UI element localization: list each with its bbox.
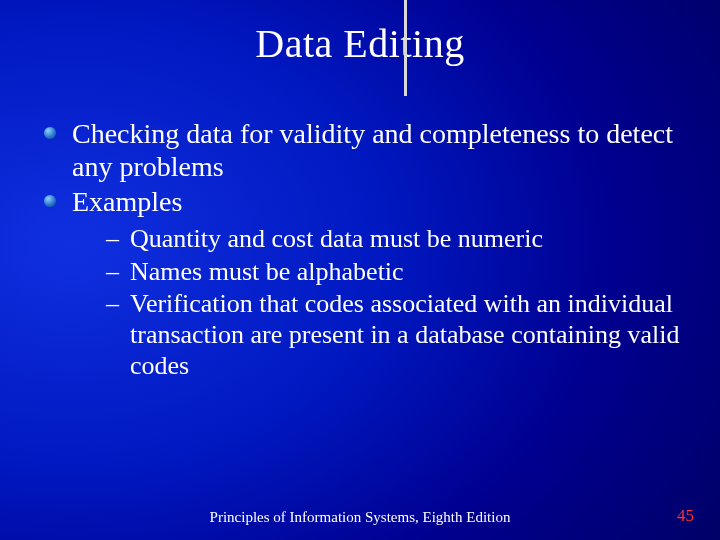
bullet-item: Checking data for validity and completen… bbox=[38, 117, 682, 183]
bullet-text: Examples bbox=[72, 186, 182, 217]
main-bullet-list: Checking data for validity and completen… bbox=[38, 117, 682, 381]
sub-bullet-text: Names must be alphabetic bbox=[130, 257, 404, 286]
sub-bullet-text: Quantity and cost data must be numeric bbox=[130, 224, 543, 253]
dash-icon: – bbox=[106, 289, 119, 320]
footer-text: Principles of Information Systems, Eight… bbox=[0, 509, 720, 526]
title-area: Data Editing bbox=[0, 0, 720, 67]
bullet-icon bbox=[44, 195, 56, 207]
sub-bullet-item: – Verification that codes associated wit… bbox=[106, 289, 682, 381]
bullet-text: Checking data for validity and completen… bbox=[72, 118, 673, 182]
slide-title: Data Editing bbox=[0, 20, 720, 67]
dash-icon: – bbox=[106, 257, 119, 288]
sub-bullet-text: Verification that codes associated with … bbox=[130, 289, 679, 379]
page-number: 45 bbox=[677, 506, 694, 526]
dash-icon: – bbox=[106, 224, 119, 255]
sub-bullet-item: – Quantity and cost data must be numeric bbox=[106, 224, 682, 255]
bullet-icon bbox=[44, 127, 56, 139]
sub-bullet-item: – Names must be alphabetic bbox=[106, 257, 682, 288]
bullet-item: Examples – Quantity and cost data must b… bbox=[38, 185, 682, 381]
vertical-accent-line bbox=[404, 0, 407, 96]
content-area: Checking data for validity and completen… bbox=[0, 67, 720, 381]
sub-bullet-list: – Quantity and cost data must be numeric… bbox=[106, 224, 682, 381]
